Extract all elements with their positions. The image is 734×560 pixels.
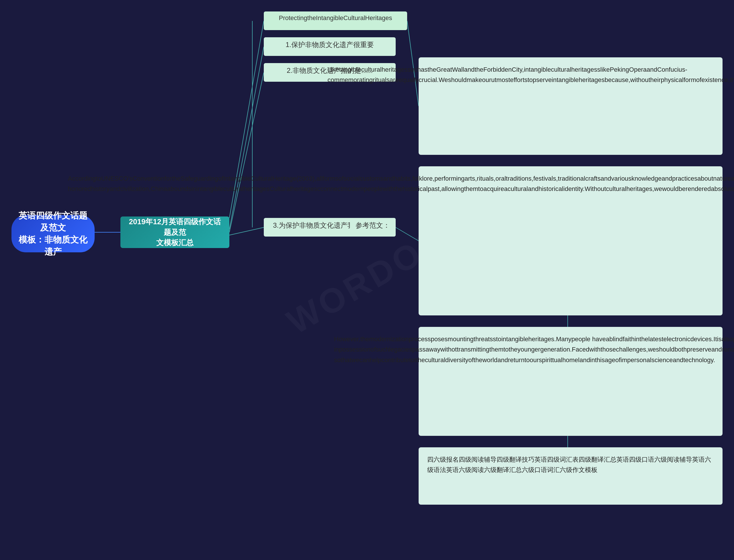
svg-line-4 (229, 227, 264, 235)
svg-line-2 (229, 47, 264, 229)
text-panel-2: AccordingtoUNESCO'sConventionfortheSafeg… (419, 166, 723, 315)
text-panel-1: LiketangibleculturalheritagessuchastheGr… (419, 57, 723, 155)
text-panel-4: 四六级报名四级阅读辅导四级翻译技巧英语四级词汇表四级翻译汇总英语四级口语六级阅读… (419, 447, 723, 505)
svg-line-7 (396, 227, 419, 241)
branch-1-label: 1.保护非物质文化遗产很重要 (286, 40, 374, 49)
panel-2-text: AccordingtoUNESCO'sConventionfortheSafeg… (68, 173, 734, 194)
branch-node-1: 1.保护非物质文化遗产很重要 (264, 37, 396, 56)
main-node: 英语四级作文话题及范文 模板：非物质文化遗产 (11, 215, 95, 252)
svg-line-5 (407, 21, 419, 106)
main-node-label: 英语四级作文话题及范文 模板：非物质文化遗产 (17, 210, 89, 258)
center-node-label: 2019年12月英语四级作文话题及范 文模板汇总 (126, 216, 224, 248)
panel-1-text: LiketangibleculturalheritagessuchastheGr… (327, 65, 734, 85)
center-node: 2019年12月英语四级作文话题及范 文模板汇总 (120, 216, 229, 248)
panel-3-text: However,themodernizationprocessposesmoun… (334, 334, 734, 365)
ref-label: 参考范文： (356, 221, 390, 230)
title-node-label: ProtectingtheIntangibleCulturalHeritages (279, 14, 392, 22)
ref-label-node: 参考范文： (350, 218, 396, 237)
panel-4-text: 四六级报名四级阅读辅导四级翻译技巧英语四级词汇表四级翻译汇总英语四级口语六级阅读… (427, 454, 714, 475)
text-panel-3: However,themodernizationprocessposesmoun… (419, 327, 723, 436)
title-node: ProtectingtheIntangibleCulturalHeritages (264, 11, 407, 30)
svg-line-3 (229, 73, 264, 232)
